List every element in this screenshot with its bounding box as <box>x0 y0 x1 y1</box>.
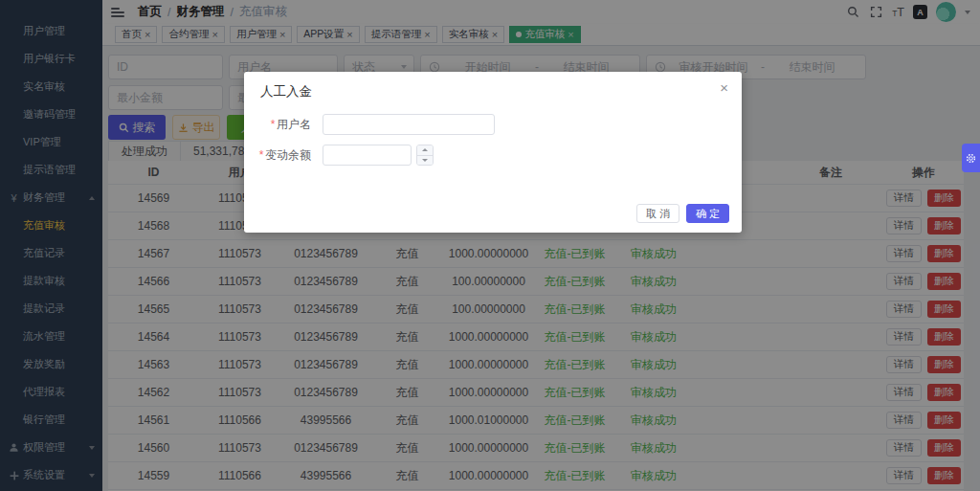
settings-drawer-button[interactable] <box>962 144 980 172</box>
amount-field[interactable] <box>323 145 412 166</box>
dialog-title: 人工入金 <box>260 83 312 100</box>
confirm-button[interactable]: 确 定 <box>686 204 729 223</box>
username-field-row: *用户名 <box>244 114 495 135</box>
amount-field-row: *变动余额 <box>244 145 434 166</box>
username-field[interactable] <box>323 114 495 135</box>
required-mark: * <box>258 148 263 162</box>
dialog-footer: 取 消 确 定 <box>636 204 729 223</box>
increment-button[interactable] <box>417 145 433 155</box>
app-window: 用户管理 用户银行卡 实名审核 邀请码管理 VIP管理 <box>0 0 980 491</box>
required-mark: * <box>270 118 275 131</box>
decrement-button[interactable] <box>417 155 433 166</box>
username-label: 用户名 <box>277 118 311 131</box>
cancel-button[interactable]: 取 消 <box>636 204 679 223</box>
gear-icon <box>965 152 977 165</box>
number-stepper <box>416 145 434 166</box>
amount-label: 变动余额 <box>265 148 311 162</box>
manual-deposit-dialog: 人工入金 × *用户名 *变动余额 取 消 确 定 <box>244 72 742 233</box>
close-icon[interactable]: × <box>720 80 728 95</box>
